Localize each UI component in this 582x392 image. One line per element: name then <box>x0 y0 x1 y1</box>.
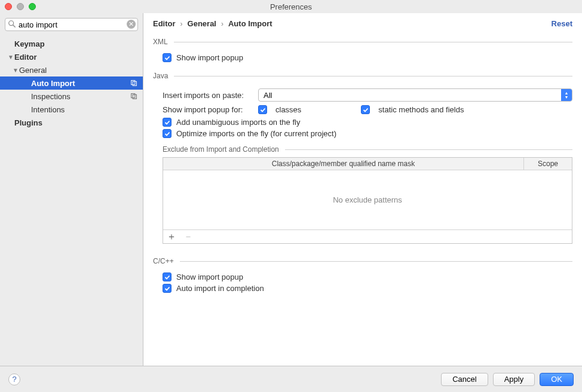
chevron-right-icon: › <box>180 20 183 28</box>
xml-section-title: XML <box>153 38 174 46</box>
classes-label: classes <box>275 105 301 114</box>
search-input[interactable] <box>5 18 138 31</box>
sidebar-item-label: Keymap <box>14 39 138 48</box>
copy-icon <box>130 79 138 87</box>
apply-button[interactable]: Apply <box>493 373 535 386</box>
exclude-th-mask[interactable]: Class/package/member qualified name mask <box>163 158 524 170</box>
add-exclude-button[interactable]: ＋ <box>167 232 176 241</box>
cpp-section-title: C/C++ <box>153 257 180 265</box>
content-panel: Editor › General › Auto Import Reset XML <box>143 13 582 366</box>
sidebar-item-label: Inspections <box>31 92 127 101</box>
search-icon <box>8 20 16 28</box>
exclude-subtitle: Exclude from Import and Completion <box>163 145 279 154</box>
svg-line-1 <box>13 25 15 27</box>
insert-imports-label: Insert imports on paste: <box>163 91 252 100</box>
sidebar-item-label: Auto Import <box>31 79 127 88</box>
exclude-table: Class/package/member qualified name mask… <box>163 157 572 244</box>
dialog-footer: ? Cancel Apply OK <box>0 366 582 392</box>
disclosure-icon: ▼ <box>12 67 19 74</box>
show-popup-for-label: Show import popup for: <box>163 105 258 114</box>
sidebar-item-auto-import[interactable]: Auto Import <box>0 76 143 90</box>
insert-imports-select[interactable]: All <box>258 88 572 102</box>
static-methods-label: static methods and fields <box>378 105 464 114</box>
xml-show-popup-checkbox[interactable] <box>163 53 171 62</box>
static-methods-checkbox[interactable] <box>361 105 370 114</box>
clear-icon[interactable]: ✕ <box>127 20 136 29</box>
disclosure-icon: ▼ <box>7 54 14 60</box>
window-title: Preferences <box>0 2 582 11</box>
window-titlebar: Preferences <box>0 0 582 13</box>
sidebar-item-editor[interactable]: ▼Editor <box>0 50 143 63</box>
cancel-button[interactable]: Cancel <box>441 373 488 386</box>
ok-button[interactable]: OK <box>540 373 574 386</box>
breadcrumb-editor[interactable]: Editor <box>153 19 176 28</box>
settings-tree[interactable]: Keymap▼Editor▼GeneralAuto ImportInspecti… <box>0 35 143 366</box>
sidebar-item-intentions[interactable]: Intentions <box>0 103 143 116</box>
sidebar-item-plugins[interactable]: Plugins <box>0 116 143 129</box>
breadcrumb-auto-import: Auto Import <box>228 19 272 28</box>
unambiguous-imports-label: Add unambiguous imports on the fly <box>176 118 300 127</box>
help-button[interactable]: ? <box>8 373 20 385</box>
cpp-auto-import-label: Auto import in completion <box>176 284 264 293</box>
optimize-imports-checkbox[interactable] <box>163 129 171 138</box>
java-section-title: Java <box>153 72 174 80</box>
sidebar-item-inspections[interactable]: Inspections <box>0 90 143 103</box>
sidebar-item-label: Intentions <box>31 105 138 114</box>
optimize-imports-label: Optimize imports on the fly (for current… <box>176 129 336 138</box>
cpp-show-popup-label: Show import popup <box>176 272 243 281</box>
copy-icon <box>130 92 138 100</box>
sidebar-item-label: Editor <box>14 53 138 62</box>
breadcrumb-general[interactable]: General <box>188 19 216 28</box>
sidebar-item-label: General <box>19 66 138 75</box>
cpp-show-popup-checkbox[interactable] <box>163 272 171 281</box>
xml-show-popup-label: Show import popup <box>176 53 243 62</box>
exclude-th-scope[interactable]: Scope <box>524 158 572 170</box>
sidebar-item-keymap[interactable]: Keymap <box>0 37 143 50</box>
remove-exclude-button: － <box>183 232 193 241</box>
cpp-auto-import-checkbox[interactable] <box>163 284 171 293</box>
search-box: ✕ <box>5 18 138 31</box>
exclude-empty-text: No exclude patterns <box>163 170 572 230</box>
sidebar: ✕ Keymap▼Editor▼GeneralAuto ImportInspec… <box>0 13 143 366</box>
sidebar-item-label: Plugins <box>14 118 138 127</box>
unambiguous-imports-checkbox[interactable] <box>163 118 171 127</box>
breadcrumb: Editor › General › Auto Import <box>153 19 272 28</box>
chevron-right-icon: › <box>221 20 223 28</box>
classes-checkbox[interactable] <box>258 105 267 114</box>
sidebar-item-general[interactable]: ▼General <box>0 63 143 76</box>
reset-link[interactable]: Reset <box>552 19 572 28</box>
